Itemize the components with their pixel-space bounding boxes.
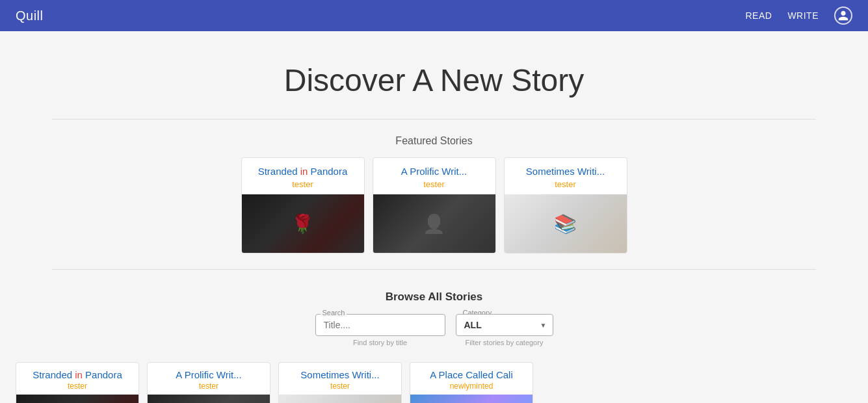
browse-section-title: Browse All Stories [16, 291, 852, 304]
nav-write-link[interactable]: WRITE [787, 10, 819, 21]
account-icon[interactable] [834, 6, 852, 25]
featured-card-2-title: A Prolific Writ... [380, 166, 489, 177]
featured-card-3-author: tester [505, 179, 627, 194]
browse-card-1[interactable]: Stranded in Pandora tester [16, 362, 139, 403]
brand-logo[interactable]: Quill [16, 8, 44, 23]
featured-card-1-author: tester [242, 179, 364, 194]
browse-card-2-image [148, 395, 270, 403]
browse-card-1-image [16, 395, 138, 403]
browse-card-3-image [279, 395, 401, 403]
browse-card-3-header: Sometimes Writi... [279, 363, 401, 382]
browse-card-2-header: A Prolific Writ... [148, 363, 270, 382]
browse-card-1-header: Stranded in Pandora [16, 363, 138, 382]
browse-card-2-title: A Prolific Writ... [154, 369, 263, 380]
browse-card-1-title: Stranded in Pandora [23, 369, 132, 380]
browse-card-4-image [410, 395, 533, 403]
category-select[interactable]: ALL Romance Mystery Sci-Fi Fantasy Non-F… [456, 314, 553, 336]
featured-card-3-header: Sometimes Writi... [505, 158, 627, 179]
browse-card-3-author: tester [279, 382, 401, 395]
featured-card-1-image [242, 194, 364, 253]
nav-read-link[interactable]: READ [745, 10, 772, 21]
search-label: Search [321, 309, 347, 317]
featured-card-2[interactable]: A Prolific Writ... tester [373, 157, 496, 254]
browse-section: Browse All Stories Search Find story by … [0, 270, 868, 346]
featured-card-1-header: Stranded in Pandora [242, 158, 364, 179]
search-hint: Find story by title [315, 339, 445, 346]
featured-section-title: Featured Stories [0, 120, 868, 157]
browse-card-2-author: tester [148, 382, 270, 395]
category-hint: Filter stories by category [456, 339, 553, 346]
featured-card-3-image [505, 194, 627, 253]
featured-grid: Stranded in Pandora tester A Prolific Wr… [0, 157, 868, 269]
browse-card-4-author: newlyminted [410, 382, 533, 395]
browse-grid: Stranded in Pandora tester A Prolific Wr… [0, 352, 868, 403]
featured-card-3-title: Sometimes Writi... [511, 166, 620, 177]
search-input[interactable] [315, 314, 445, 336]
search-group: Search Find story by title [315, 314, 445, 346]
browse-card-4-header: A Place Called Cali [410, 363, 533, 382]
browse-card-2[interactable]: A Prolific Writ... tester [147, 362, 270, 403]
featured-card-2-author: tester [373, 179, 495, 194]
browse-card-4-title: A Place Called Cali [417, 369, 526, 380]
hero-section: Discover A New Story [0, 31, 868, 119]
featured-card-1[interactable]: Stranded in Pandora tester [241, 157, 365, 254]
featured-card-3[interactable]: Sometimes Writi... tester [504, 157, 627, 254]
hero-title: Discover A New Story [16, 62, 852, 98]
browse-card-4[interactable]: A Place Called Cali newlyminted [410, 362, 533, 403]
browse-card-1-author: tester [16, 382, 138, 395]
navbar: Quill READ WRITE [0, 0, 868, 31]
category-group: Category ALL Romance Mystery Sci-Fi Fant… [456, 314, 553, 346]
featured-card-2-header: A Prolific Writ... [373, 158, 495, 179]
featured-card-1-title: Stranded in Pandora [248, 166, 358, 177]
browse-card-3-title: Sometimes Writi... [285, 369, 395, 380]
nav-links: READ WRITE [745, 6, 852, 25]
category-wrapper: ALL Romance Mystery Sci-Fi Fantasy Non-F… [456, 314, 553, 336]
browse-card-3[interactable]: Sometimes Writi... tester [278, 362, 402, 403]
search-filter-row: Search Find story by title Category ALL … [16, 314, 852, 346]
featured-card-2-image [373, 194, 495, 253]
